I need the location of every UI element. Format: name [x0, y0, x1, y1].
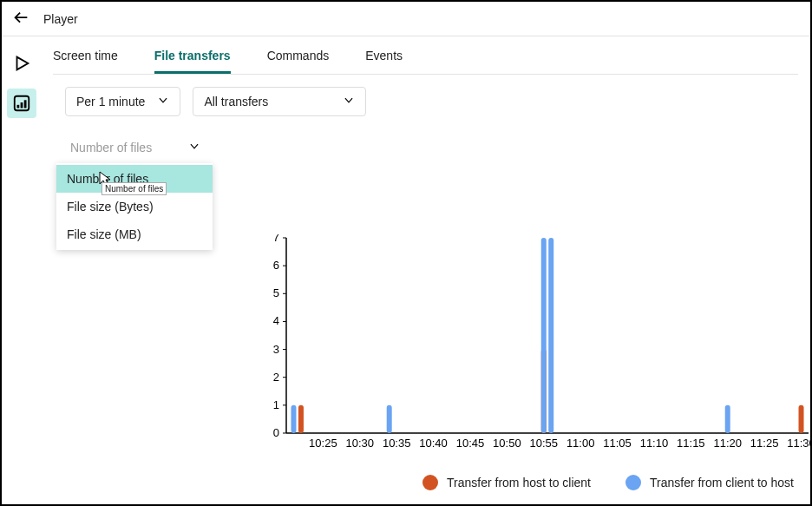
interval-select-value: Per 1 minute [76, 95, 145, 108]
tab-file-transfers[interactable]: File transfers [154, 49, 231, 74]
svg-text:3: 3 [273, 343, 279, 356]
legend-label: Transfer from client to host [650, 476, 794, 490]
svg-rect-36 [298, 405, 304, 433]
metric-dropdown: Number of files Number of files File siz… [56, 163, 213, 250]
body: Screen time File transfers Commands Even… [2, 36, 810, 504]
tab-events[interactable]: Events [365, 49, 403, 74]
svg-rect-38 [799, 405, 804, 433]
svg-text:2: 2 [273, 371, 279, 384]
legend-host-to-client: Transfer from host to client [422, 475, 591, 490]
svg-rect-40 [387, 405, 392, 433]
chart-area: 0123456710:2510:3010:3510:4010:4510:5010… [262, 234, 810, 451]
svg-text:11:05: 11:05 [603, 437, 632, 450]
tabs: Screen time File transfers Commands Even… [53, 49, 798, 75]
svg-rect-2 [20, 102, 23, 108]
chart-view-button[interactable] [7, 89, 36, 118]
svg-text:11:25: 11:25 [750, 437, 779, 450]
legend-dot-icon [422, 475, 438, 490]
file-transfers-chart: 0123456710:2510:3010:3510:4010:4510:5010… [262, 234, 810, 456]
svg-text:11:30: 11:30 [787, 437, 810, 450]
legend-label: Transfer from host to client [447, 476, 591, 490]
metric-option-file-size-bytes[interactable]: File size (Bytes) [56, 193, 213, 220]
play-button[interactable] [7, 49, 36, 78]
svg-rect-43 [725, 405, 730, 433]
svg-text:11:15: 11:15 [677, 437, 705, 450]
svg-text:4: 4 [273, 314, 279, 327]
play-icon [12, 54, 31, 73]
metric-select[interactable]: Number of files [65, 134, 211, 161]
svg-text:10:35: 10:35 [383, 437, 411, 450]
metric-tooltip: Number of files [102, 182, 167, 195]
svg-text:1: 1 [273, 398, 279, 411]
legend: Transfer from host to client Transfer fr… [422, 475, 794, 490]
transfer-type-value: All transfers [204, 95, 268, 108]
svg-text:10:55: 10:55 [529, 437, 558, 450]
back-arrow-icon [11, 10, 30, 29]
chevron-down-icon [188, 141, 200, 155]
side-rail [2, 36, 41, 504]
svg-text:10:30: 10:30 [346, 437, 375, 450]
svg-rect-42 [548, 238, 553, 433]
svg-text:11:20: 11:20 [713, 437, 742, 450]
svg-rect-41 [541, 238, 547, 433]
legend-dot-icon [625, 475, 641, 490]
page-title: Player [43, 12, 78, 26]
bar-chart-icon [12, 94, 31, 113]
svg-rect-1 [16, 105, 19, 108]
svg-text:6: 6 [273, 259, 279, 272]
tab-commands[interactable]: Commands [267, 49, 330, 74]
svg-text:7: 7 [273, 234, 279, 244]
app-window: Player Screen time [0, 0, 812, 506]
header-bar: Player [2, 2, 810, 36]
interval-select[interactable]: Per 1 minute [65, 87, 180, 116]
tab-screen-time[interactable]: Screen time [53, 49, 118, 74]
svg-text:10:45: 10:45 [456, 437, 485, 450]
svg-text:11:00: 11:00 [566, 437, 595, 450]
back-button[interactable] [10, 9, 31, 30]
filters-row: Per 1 minute All transfers [65, 87, 798, 116]
metric-select-wrap: Number of files Number of files Number o… [65, 134, 211, 161]
legend-client-to-host: Transfer from client to host [625, 475, 794, 490]
svg-text:11:10: 11:10 [640, 437, 669, 450]
svg-text:0: 0 [273, 426, 279, 439]
main-panel: Screen time File transfers Commands Even… [41, 36, 810, 504]
metric-select-value: Number of files [70, 141, 152, 154]
svg-text:10:25: 10:25 [309, 437, 337, 450]
svg-rect-3 [23, 100, 26, 108]
svg-text:5: 5 [273, 286, 279, 299]
svg-rect-39 [291, 405, 296, 433]
metric-option-file-size-mb[interactable]: File size (MB) [56, 220, 213, 248]
svg-text:10:50: 10:50 [493, 437, 521, 450]
svg-text:10:40: 10:40 [419, 437, 448, 450]
chevron-down-icon [343, 95, 355, 109]
metric-option-number-of-files[interactable]: Number of files Number of files [56, 165, 213, 193]
chevron-down-icon [157, 95, 169, 109]
transfer-type-select[interactable]: All transfers [193, 87, 366, 116]
